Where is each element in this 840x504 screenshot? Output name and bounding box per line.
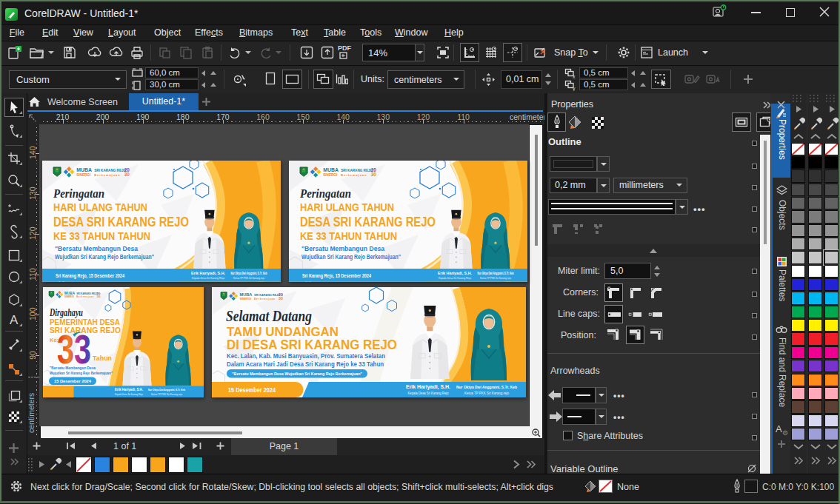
svg-text:Kec. Lalan, Kab. Musi Banyuasi: Kec. Lalan, Kab. Musi Banyuasin, Prov. S… <box>227 352 385 360</box>
svg-text:Kepala Desa Sri Karang Rejo: Kepala Desa Sri Karang Rejo <box>408 391 449 395</box>
svg-text:Dirgahayu: Dirgahayu <box>49 307 83 318</box>
svg-text:DI DESA SRI KARANG REJO: DI DESA SRI KARANG REJO <box>227 337 397 352</box>
svg-text:y: y <box>573 86 576 91</box>
svg-text:A: A <box>10 313 19 327</box>
svg-text:Kepala Desa Sri Karang Rejo: Kepala Desa Sri Karang Rejo <box>115 393 143 396</box>
svg-text:Wujudkan Sri Karang Rejo Berke: Wujudkan Sri Karang Rejo Berkemajuan" <box>50 371 113 375</box>
svg-text:Nur Oktya Dwi Anggraini, S.Tr.: Nur Oktya Dwi Anggraini, S.Tr. Keb <box>148 388 185 392</box>
svg-text:Dalam Acara Hari Jadi Desa Sri: Dalam Acara Hari Jadi Desa Sri Karang Re… <box>227 360 384 368</box>
svg-text:Nur Oktya Dwi Anggraini, S.Tr.: Nur Oktya Dwi Anggraini, S.Tr. Keb <box>456 385 517 389</box>
svg-text:Ketua TP PKK Sri Karang rejo: Ketua TP PKK Sri Karang rejo <box>464 391 509 395</box>
svg-text:15 Desember 2024: 15 Desember 2024 <box>54 379 92 383</box>
svg-text:Selamat Datang: Selamat Datang <box>226 307 312 325</box>
svg-text:Tahun: Tahun <box>93 354 112 362</box>
svg-text:"Bersatu Membangun Desa Wujud: "Bersatu Membangun Desa Wujudkan Sri Kar… <box>232 372 362 376</box>
svg-text:Erik Hariyadi, S.H.: Erik Hariyadi, S.H. <box>406 384 450 390</box>
svg-text:"Bersatu Membangun Desa: "Bersatu Membangun Desa <box>50 366 96 370</box>
svg-text:TAMU UNDANGAN: TAMU UNDANGAN <box>227 325 339 338</box>
svg-text:Erik Hariyadi, S.H.: Erik Hariyadi, S.H. <box>115 388 143 392</box>
svg-text:x: x <box>573 74 576 79</box>
svg-text:Ketua TP PKK Sri Karang rejo: Ketua TP PKK Sri Karang rejo <box>151 393 182 396</box>
svg-text:15 Desember 2024: 15 Desember 2024 <box>228 386 276 394</box>
